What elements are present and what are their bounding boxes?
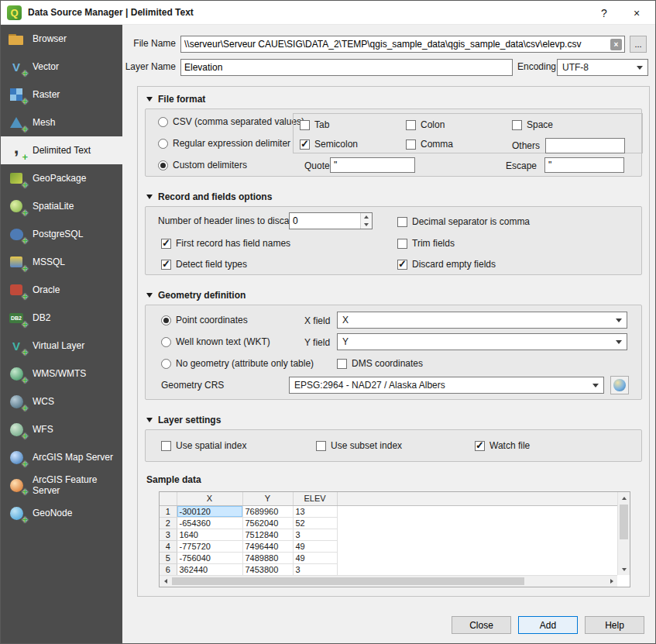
sidebar-item-delimited-text[interactable]: Delimited Text [1,136,122,164]
column-header-elev[interactable]: ELEV [293,492,337,505]
layer-name-input[interactable] [180,59,513,76]
sidebar-item-wcs[interactable]: WCS [1,387,122,415]
sidebar-item-browser[interactable]: Browser [1,25,122,53]
checkbox-watch-file[interactable]: Watch file [475,439,530,452]
row-number[interactable]: 5 [160,552,177,563]
file-format-section-header[interactable]: File format [146,91,642,107]
close-button[interactable]: Close [452,616,511,634]
table-cell[interactable]: -300120 [177,505,242,517]
vertical-scrollbar[interactable] [617,492,630,575]
table-cell[interactable]: -775720 [177,540,242,552]
scroll-right-icon[interactable] [606,576,617,587]
sidebar-item-raster[interactable]: Raster [1,81,122,108]
checkbox-discard-empty-fields[interactable]: Discard empty fields [397,258,496,270]
table-cell[interactable]: 13 [293,505,337,517]
window-help-button[interactable]: ? [592,1,617,25]
window-close-button[interactable]: × [624,1,649,25]
sidebar-item-vector[interactable]: Vector [1,53,122,81]
table-cell[interactable]: 52 [293,517,337,529]
radio-regexp-delimiter[interactable]: Regular expression delimiter [158,137,290,150]
table-cell[interactable]: 7453800 [242,563,293,575]
checkbox-dms-coordinates[interactable]: DMS coordinates [337,357,423,370]
encoding-select[interactable]: UTF-8 [557,59,648,76]
sidebar-item-geonode[interactable]: GeoNode [1,499,122,527]
add-button[interactable]: Add [518,616,578,634]
horizontal-scrollbar[interactable] [160,575,617,587]
table-cell[interactable]: 49 [293,540,337,552]
sidebar-item-wms-wmts[interactable]: WMS/WMTS [1,360,122,387]
table-cell[interactable]: 3 [293,529,337,540]
sidebar-item-postgresql[interactable]: PostgreSQL [1,220,122,248]
y-field-select[interactable]: Y [337,333,627,350]
sidebar-item-spatialite[interactable]: SpatiaLite [1,192,122,220]
help-button[interactable]: Help [585,616,644,634]
checkbox-detect-field-types[interactable]: Detect field types [161,258,247,270]
table-cell[interactable]: 7689960 [242,505,293,517]
radio-custom-delimiters[interactable]: Custom delimiters [158,159,247,171]
checkbox-tab[interactable]: Tab [300,119,329,131]
radio-no-geometry[interactable]: No geometry (attribute only table) [161,357,314,370]
column-header-x[interactable]: X [177,492,242,505]
table-cell[interactable]: 7562040 [242,517,293,529]
sidebar-item-arcgis-feature-server[interactable]: ArcGIS Feature Server [1,471,122,499]
checkbox-colon[interactable]: Colon [406,119,445,131]
sidebar-item-oracle[interactable]: Oracle [1,276,122,304]
sidebar-item-wfs[interactable]: WFS [1,415,122,443]
checkbox-use-subset-index[interactable]: Use subset index [316,439,402,452]
spin-down-button[interactable] [361,221,372,229]
crs-picker-button[interactable] [610,376,629,394]
record-options-section-header[interactable]: Record and fields options [146,189,642,205]
file-name-input[interactable] [180,36,625,53]
checkbox-trim-fields[interactable]: Trim fields [397,237,455,250]
table-cell[interactable]: 3 [293,563,337,575]
radio-wkt[interactable]: Well known text (WKT) [161,336,270,348]
checkbox-use-spatial-index[interactable]: Use spatial index [161,439,246,452]
table-cell[interactable]: 7512840 [242,529,293,540]
radio-csv[interactable]: CSV (comma separated values) [158,115,304,128]
quote-input[interactable] [330,157,415,173]
browse-button[interactable]: ... [630,36,647,53]
escape-input[interactable] [544,157,624,173]
clear-input-icon[interactable] [610,39,622,50]
sidebar-item-virtual-layer[interactable]: Virtual Layer [1,332,122,360]
sidebar-item-geopackage[interactable]: GeoPackage [1,164,122,192]
horizontal-scroll-thumb[interactable] [172,577,524,585]
radio-point-coordinates[interactable]: Point coordinates [161,314,248,326]
scroll-up-icon[interactable] [618,492,630,504]
table-cell[interactable]: 7496440 [242,540,293,552]
geometry-crs-select[interactable]: EPSG:2964 - NAD27 / Alaska Albers [289,377,604,394]
geometry-section-title: Geometry definition [158,290,246,301]
scroll-left-icon[interactable] [160,576,171,587]
table-cell[interactable]: 362440 [177,563,242,575]
checkbox-first-record-field-names[interactable]: First record has field names [161,237,290,250]
sidebar-item-db2[interactable]: DB2 [1,304,122,332]
table-cell[interactable]: 1640 [177,529,242,540]
table-cell[interactable]: -654360 [177,517,242,529]
column-header-y[interactable]: Y [242,492,293,505]
row-number[interactable]: 4 [160,540,177,552]
x-field-select[interactable]: X [337,312,627,329]
vertical-scroll-thumb[interactable] [620,505,628,539]
checkbox-indicator [406,139,416,150]
sidebar-item-mesh[interactable]: Mesh [1,108,122,136]
table-cell[interactable]: 49 [293,552,337,563]
layer-settings-section-header[interactable]: Layer settings [146,412,642,428]
row-number[interactable]: 2 [160,517,177,529]
checkbox-comma[interactable]: Comma [406,138,453,150]
checkbox-decimal-separator-comma[interactable]: Decimal separator is comma [397,215,530,228]
checkbox-indicator [406,120,416,130]
checkbox-space[interactable]: Space [512,119,553,131]
table-cell[interactable]: 7489880 [242,552,293,563]
spin-up-button[interactable] [361,213,372,221]
scroll-down-icon[interactable] [618,563,630,575]
geometry-section-header[interactable]: Geometry definition [146,288,642,303]
row-number[interactable]: 6 [160,563,177,575]
row-number[interactable]: 3 [160,529,177,540]
checkbox-semicolon[interactable]: Semicolon [300,138,358,150]
others-input[interactable] [545,138,625,153]
sidebar-item-arcgis-map-server[interactable]: ArcGIS Map Server [1,443,122,471]
table-cell[interactable]: -756040 [177,552,242,563]
sidebar-item-mssql[interactable]: MSSQL [1,248,122,276]
row-number[interactable]: 1 [160,505,177,517]
header-lines-input[interactable] [290,213,360,229]
